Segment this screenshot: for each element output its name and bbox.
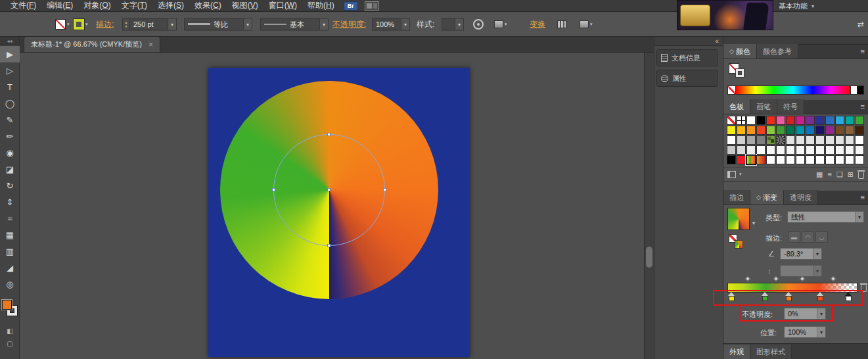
promo-banner-image[interactable] (677, 0, 773, 30)
gradient-slider-bar[interactable] (727, 283, 857, 293)
bridge-button[interactable]: Br (344, 1, 358, 11)
opacity-panel-link[interactable]: 不透明度: (332, 18, 366, 30)
swatch[interactable] (806, 155, 815, 164)
ellipse-tool[interactable]: ◯ (0, 95, 20, 112)
swatch[interactable] (756, 135, 765, 145)
swatch[interactable] (766, 145, 775, 155)
swatch[interactable] (727, 155, 736, 164)
stroke-panel-link[interactable]: 描边: (96, 18, 114, 30)
swatch[interactable] (855, 126, 864, 135)
stop-location-dropdown[interactable]: 100% ▾ (784, 326, 826, 338)
swatch[interactable] (786, 135, 795, 145)
swatch[interactable] (737, 126, 746, 135)
control-panel-toggle[interactable]: ⇄ (857, 20, 864, 29)
list-view-icon[interactable]: ≡ (827, 170, 831, 178)
tab-appearance[interactable]: 外观 (723, 345, 750, 359)
stepper-icon[interactable]: ▲▼ (122, 18, 129, 30)
swatch[interactable] (855, 135, 864, 145)
swatch[interactable] (756, 126, 765, 135)
isolate-selected-object-button[interactable] (557, 20, 566, 28)
chevron-down-icon[interactable]: ▾ (752, 220, 755, 226)
swatch[interactable] (835, 126, 844, 135)
recolor-artwork-button[interactable] (473, 19, 484, 30)
swatch[interactable] (776, 145, 785, 155)
swatch[interactable] (786, 155, 795, 164)
chevron-down-icon[interactable]: ▾ (855, 212, 863, 222)
swatch[interactable] (825, 155, 834, 164)
swatch[interactable] (786, 145, 795, 155)
pencil-tool[interactable]: ✏ (0, 128, 20, 145)
tab-color-guide[interactable]: 颜色参考 (757, 44, 798, 59)
anchor-handle[interactable] (327, 133, 331, 136)
swatch[interactable] (835, 155, 844, 164)
gradient-stop[interactable] (845, 293, 852, 302)
gradient-stop[interactable] (817, 293, 824, 302)
panel-button-document-info[interactable]: 文档信息 (656, 49, 718, 66)
document-tab[interactable]: 未标题-1* @ 66.67% (CMYK/预览) × (24, 36, 160, 52)
swatch[interactable] (815, 145, 825, 155)
menu-f[interactable]: 文件(F) (5, 0, 41, 12)
swatch[interactable] (737, 155, 746, 164)
menu-e[interactable]: 编辑(E) (41, 0, 78, 12)
gradient-stop[interactable] (762, 293, 769, 302)
spectrum-bar[interactable] (736, 86, 850, 94)
gradient-type-dropdown[interactable]: 线性 ▾ (787, 211, 864, 223)
gradient-tool[interactable]: ▥ (0, 243, 20, 260)
swatch[interactable] (746, 135, 756, 145)
swatch[interactable] (806, 135, 815, 145)
stroke-gradient-across-button[interactable]: ◡ (815, 231, 828, 243)
menu-c[interactable]: 效果(C) (189, 0, 227, 12)
menu-v[interactable]: 视图(V) (227, 0, 263, 12)
stroke-proxy-icon[interactable] (736, 69, 744, 77)
gradient-thumbnail[interactable] (727, 208, 750, 230)
swatch[interactable] (776, 155, 785, 164)
stroke-gradient-along-button[interactable]: ◠ (802, 231, 814, 243)
anchor-handle[interactable] (327, 244, 331, 247)
swatch[interactable] (776, 126, 785, 135)
more-options-dropdown[interactable]: ▾ (580, 20, 593, 28)
swatch-kinds-icon[interactable]: ▦ (816, 170, 823, 179)
swatch[interactable] (815, 116, 825, 125)
panel-button-properties[interactable]: 属性 (656, 70, 718, 87)
gradient-midpoint[interactable] (800, 276, 805, 281)
swatch[interactable] (796, 126, 805, 135)
swatch[interactable] (806, 116, 815, 125)
menu-t[interactable]: 文字(T) (116, 0, 152, 12)
opacity-dropdown[interactable]: 100% ▾ (372, 18, 410, 30)
chevron-down-icon[interactable]: ▾ (243, 18, 252, 30)
swatch[interactable] (806, 145, 815, 155)
blob-brush-tool[interactable]: ◉ (0, 145, 20, 161)
chevron-down-icon[interactable]: ▾ (455, 18, 463, 30)
swatch[interactable] (845, 116, 854, 125)
selection-tool[interactable]: ▶ (0, 46, 20, 62)
gradient-angle-field[interactable]: -89.3° ▾ (780, 248, 822, 260)
swatch[interactable] (835, 116, 844, 125)
swatch-libraries-icon[interactable] (727, 171, 736, 178)
new-swatch-icon[interactable]: ⊞ (848, 170, 854, 179)
swatch[interactable] (737, 145, 746, 155)
chevron-down-icon[interactable]: ▾ (168, 18, 176, 30)
gradient-fill-proxy-icon[interactable] (735, 240, 743, 249)
swatch[interactable] (786, 126, 795, 135)
panel-menu-icon[interactable]: ≡ (861, 193, 865, 201)
swatch[interactable] (766, 116, 775, 125)
fill-stroke-indicator[interactable] (0, 299, 20, 323)
none-swatch-icon[interactable] (728, 86, 736, 94)
toolbar-collapse-icon[interactable]: ◂◂ (0, 37, 19, 45)
swatch[interactable] (825, 126, 834, 135)
delete-swatch-icon[interactable] (858, 172, 864, 179)
swatch-none[interactable] (727, 116, 736, 125)
swatch[interactable] (727, 126, 736, 135)
tab-symbols[interactable]: 符号 (777, 99, 804, 114)
swatch[interactable] (825, 145, 834, 155)
swatch[interactable] (737, 135, 746, 145)
width-profile-dropdown[interactable]: 等比 ▾ (184, 18, 252, 30)
swatch[interactable] (815, 135, 825, 145)
tab-graphic-styles[interactable]: 图形样式 (750, 345, 792, 359)
fill-color-picker[interactable]: ▾ (55, 19, 70, 30)
stroke-gradient-within-button[interactable]: ▬ (788, 231, 800, 243)
scale-tool[interactable]: ⇕ (0, 194, 20, 210)
swatch[interactable] (796, 145, 805, 155)
menu-w[interactable]: 窗口(W) (263, 0, 302, 12)
close-icon[interactable]: × (148, 40, 153, 49)
